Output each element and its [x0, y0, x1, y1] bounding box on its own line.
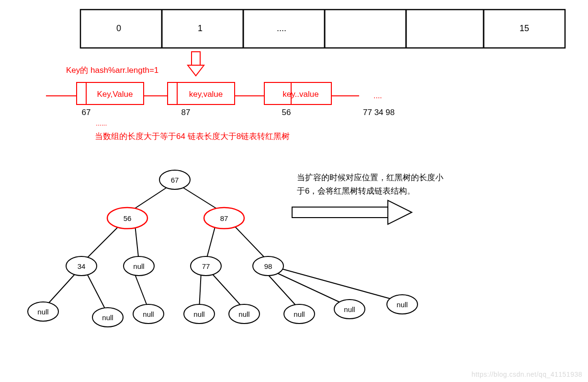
untreeify-note-line1: 当扩容的时候对应位置，红黑树的长度小 [297, 173, 443, 182]
svg-line-27 [266, 272, 299, 309]
tree-node-label: 87 [220, 214, 228, 222]
tree-leaf-label: null [37, 308, 48, 316]
array-cell-2: .... [277, 23, 286, 33]
linked-list-node: key..value 56 [264, 82, 331, 117]
hash-formula-label: Key的 hash%arr.length=1 [66, 66, 158, 75]
down-arrow-icon [188, 52, 204, 76]
watermark-text: https://blog.csdn.net/qq_41151938 [472, 370, 582, 378]
tree-node-label: 34 [78, 262, 86, 270]
svg-marker-7 [188, 65, 204, 76]
tree-leaf-label: null [294, 310, 305, 318]
array-cell-0: 0 [116, 23, 121, 33]
svg-line-29 [280, 268, 402, 302]
svg-line-18 [84, 225, 120, 261]
array-cell-1: 1 [198, 23, 203, 33]
tree-leaf-label: null [102, 313, 113, 322]
node-below: 67 [82, 108, 91, 117]
tree-node-label: null [133, 262, 144, 270]
small-ellipsis: ...... [96, 119, 107, 127]
untreeify-note-line2: 于6，会将红黑树转成链表结构。 [297, 186, 415, 196]
array-row: 0 1 .... 15 [80, 10, 565, 48]
svg-rect-14 [292, 207, 388, 218]
tree-node-label: 98 [264, 262, 272, 270]
svg-rect-0 [80, 10, 565, 48]
svg-line-26 [211, 272, 244, 309]
node-label: key..value [283, 90, 318, 99]
svg-line-25 [199, 272, 201, 309]
svg-line-24 [134, 272, 148, 309]
tree-node-label: 56 [124, 214, 132, 222]
tree-node-root-label: 67 [171, 176, 179, 184]
svg-marker-15 [388, 200, 412, 224]
tree-node-label: 77 [202, 262, 210, 270]
linked-list-node: key,value 87 [168, 82, 235, 117]
node-label: key,value [189, 90, 223, 99]
node-label: Key,Value [97, 90, 133, 99]
node-below: 87 [181, 108, 191, 117]
tree-leaf-label: null [193, 310, 204, 318]
linked-list-node: Key,Value 67 [77, 82, 144, 117]
tree-leaf-label: null [238, 310, 249, 318]
linked-list-tail-dots: .... [373, 92, 382, 100]
svg-rect-6 [192, 52, 200, 65]
treeify-note: 当数组的长度大于等于64 链表长度大于8链表转红黑树 [95, 132, 290, 141]
node-below: 56 [282, 108, 291, 117]
svg-line-20 [206, 225, 215, 261]
array-cell-5: 15 [520, 23, 529, 33]
tree-leaf-label: null [396, 301, 407, 309]
tree-leaf-label: null [143, 310, 154, 318]
linked-list-tail-numbers: 77 34 98 [363, 108, 395, 117]
right-arrow-icon [292, 200, 412, 224]
svg-line-19 [135, 225, 139, 261]
svg-line-21 [234, 225, 268, 261]
tree-leaf-label: null [344, 305, 355, 313]
